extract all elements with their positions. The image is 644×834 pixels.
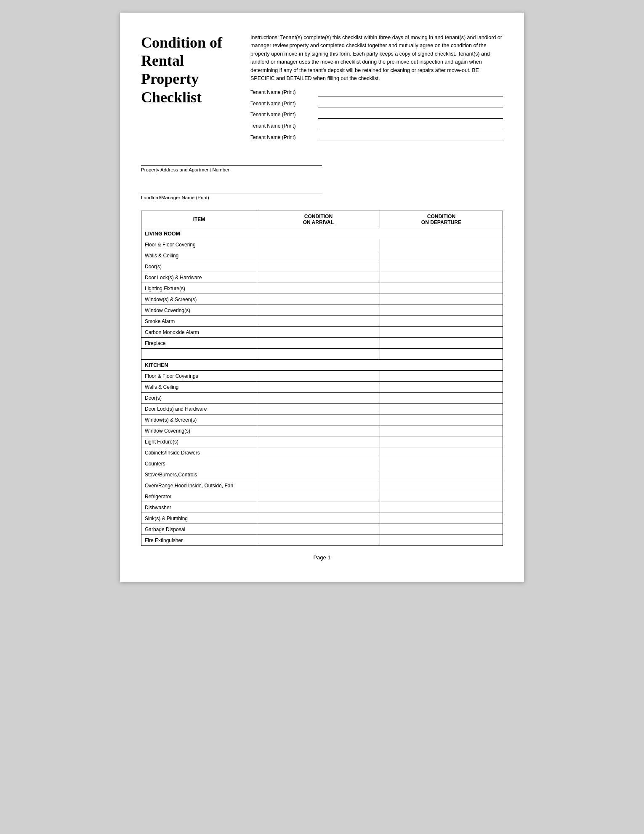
arrival-cell[interactable] [257,250,380,261]
table-row: Cabinets/Inside Drawers [141,447,503,458]
departure-cell[interactable] [380,502,503,513]
address-input-line[interactable] [141,157,322,166]
arrival-cell[interactable] [257,294,380,305]
departure-cell[interactable] [380,458,503,469]
table-row: Lighting Fixture(s) [141,283,503,294]
arrival-cell[interactable] [257,404,380,414]
departure-cell[interactable] [380,513,503,524]
departure-cell[interactable] [380,404,503,414]
item-cell: Garbage Disposal [141,524,257,535]
item-cell: Window(s) & Screen(s) [141,294,257,305]
tenant-line-4[interactable] [318,123,503,130]
tenant-line-2[interactable] [318,101,503,107]
arrival-cell[interactable] [257,447,380,458]
table-row: Door(s) [141,261,503,272]
item-cell: Fire Extinguisher [141,535,257,546]
table-row: Window(s) & Screen(s) [141,414,503,425]
table-header-row: ITEM CONDITIONON ARRIVAL CONDITIONON DEP… [141,211,503,228]
section-name-cell: KITCHEN [141,360,503,371]
instructions-text: Instructions: Tenant(s) complete(s) this… [250,34,503,83]
arrival-cell[interactable] [257,327,380,338]
arrival-cell[interactable] [257,338,380,349]
lower-fields: Property Address and Apartment Number La… [141,157,503,208]
arrival-cell[interactable] [257,272,380,283]
item-cell: Light Fixture(s) [141,436,257,447]
arrival-cell[interactable] [257,316,380,327]
tenant-label-2: Tenant Name (Print) [250,100,318,108]
arrival-cell[interactable] [257,305,380,316]
col-departure-header: CONDITIONON DEPARTURE [380,211,503,228]
landlord-input-line[interactable] [141,185,322,193]
departure-cell[interactable] [380,480,503,491]
table-row: Walls & Ceiling [141,250,503,261]
checklist-table: ITEM CONDITIONON ARRIVAL CONDITIONON DEP… [141,211,503,546]
departure-cell[interactable] [380,425,503,436]
table-row: Floor & Floor Covering [141,239,503,250]
item-cell: Smoke Alarm [141,316,257,327]
table-row: Door Lock(s) and Hardware [141,404,503,414]
arrival-cell[interactable] [257,382,380,393]
departure-cell[interactable] [380,393,503,404]
table-row: Fireplace [141,338,503,349]
departure-cell[interactable] [380,491,503,502]
col-item-header: ITEM [141,211,257,228]
departure-cell[interactable] [380,535,503,546]
arrival-cell[interactable] [257,513,380,524]
item-cell: Walls & Ceiling [141,382,257,393]
departure-cell[interactable] [380,524,503,535]
tenant-line-3[interactable] [318,112,503,119]
page-number: Page 1 [141,554,503,561]
table-section-header: LIVING ROOM [141,228,503,239]
departure-cell[interactable] [380,371,503,382]
arrival-cell[interactable] [257,283,380,294]
col-arrival-header: CONDITIONON ARRIVAL [257,211,380,228]
arrival-cell[interactable] [257,425,380,436]
arrival-cell[interactable] [257,491,380,502]
item-cell: Carbon Monoxide Alarm [141,327,257,338]
arrival-cell[interactable] [257,535,380,546]
header-section: Condition of Rental Property Checklist I… [141,34,503,144]
arrival-cell[interactable] [257,349,380,360]
departure-cell[interactable] [380,272,503,283]
departure-cell[interactable] [380,447,503,458]
arrival-cell[interactable] [257,436,380,447]
departure-cell[interactable] [380,338,503,349]
item-cell: Door Lock(s) and Hardware [141,404,257,414]
departure-cell[interactable] [380,414,503,425]
arrival-cell[interactable] [257,371,380,382]
table-row: Floor & Floor Coverings [141,371,503,382]
departure-cell[interactable] [380,305,503,316]
arrival-cell[interactable] [257,502,380,513]
departure-cell[interactable] [380,239,503,250]
table-row [141,349,503,360]
tenant-line-5[interactable] [318,134,503,141]
item-cell [141,349,257,360]
address-label: Property Address and Apartment Number [141,167,322,172]
departure-cell[interactable] [380,261,503,272]
arrival-cell[interactable] [257,414,380,425]
arrival-cell[interactable] [257,480,380,491]
table-row: Fire Extinguisher [141,535,503,546]
departure-cell[interactable] [380,469,503,480]
tenant-line-1[interactable] [318,90,503,96]
departure-cell[interactable] [380,436,503,447]
departure-cell[interactable] [380,327,503,338]
tenant-field-3: Tenant Name (Print) [250,111,503,119]
departure-cell[interactable] [380,250,503,261]
arrival-cell[interactable] [257,458,380,469]
arrival-cell[interactable] [257,239,380,250]
arrival-cell[interactable] [257,469,380,480]
arrival-cell[interactable] [257,261,380,272]
arrival-cell[interactable] [257,393,380,404]
departure-cell[interactable] [380,283,503,294]
departure-cell[interactable] [380,294,503,305]
arrival-cell[interactable] [257,524,380,535]
departure-cell[interactable] [380,316,503,327]
departure-cell[interactable] [380,382,503,393]
tenant-field-4: Tenant Name (Print) [250,122,503,130]
item-cell: Cabinets/Inside Drawers [141,447,257,458]
item-cell: Floor & Floor Coverings [141,371,257,382]
item-cell: Walls & Ceiling [141,250,257,261]
tenant-label-1: Tenant Name (Print) [250,88,318,96]
departure-cell[interactable] [380,349,503,360]
